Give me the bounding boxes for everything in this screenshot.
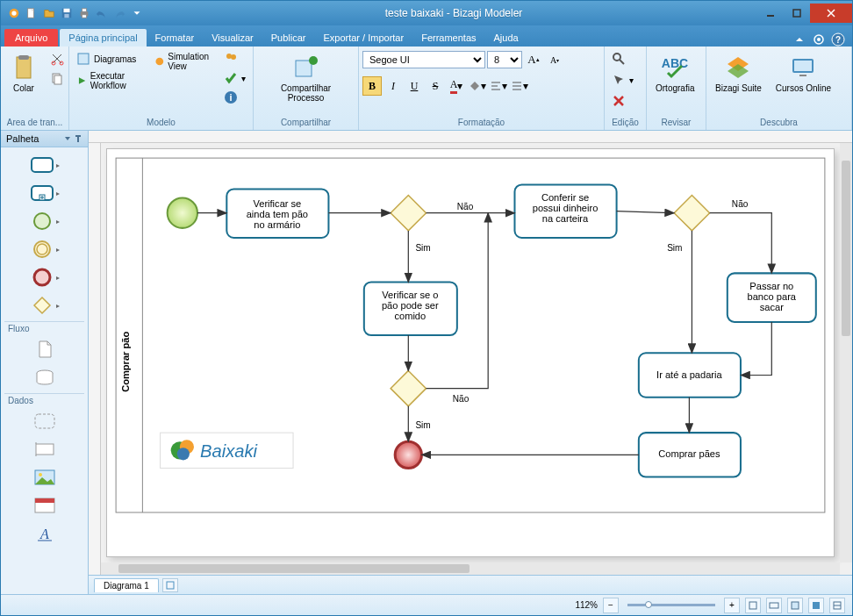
find-button[interactable] bbox=[608, 50, 629, 68]
vertical-scrollbar[interactable] bbox=[840, 143, 852, 562]
dropdown-icon[interactable] bbox=[63, 134, 72, 143]
svg-text:Ir até a padaria: Ir até a padaria bbox=[656, 369, 722, 380]
palette-datastore[interactable] bbox=[4, 363, 84, 391]
svg-rect-10 bbox=[793, 10, 800, 17]
paste-button[interactable]: Colar bbox=[4, 50, 43, 97]
format-group-label: Formatação bbox=[361, 117, 602, 128]
fontcolor-button[interactable]: A▾ bbox=[447, 76, 466, 96]
canvas-viewport[interactable]: Comprar pão Verificar seainda tem pãono … bbox=[89, 131, 852, 575]
diagram-canvas[interactable]: Comprar pão Verificar seainda tem pãono … bbox=[106, 148, 835, 557]
underline-button[interactable]: U bbox=[405, 76, 424, 96]
check-button[interactable]: ▾ bbox=[220, 69, 249, 87]
redo-icon[interactable] bbox=[111, 5, 127, 21]
align-button[interactable]: ▾ bbox=[489, 76, 508, 96]
palette-intermediate-event[interactable]: ▸ bbox=[4, 235, 84, 263]
review-group-label: Revisar bbox=[649, 117, 704, 128]
bold-button[interactable]: B bbox=[362, 76, 382, 96]
help-icon[interactable]: ? bbox=[831, 32, 845, 47]
svg-point-47 bbox=[39, 473, 42, 476]
paste-label: Colar bbox=[13, 83, 34, 93]
zoom-out-button[interactable]: − bbox=[603, 598, 619, 613]
tab-view[interactable]: Visualizar bbox=[203, 29, 262, 47]
palette-subprocess[interactable]: ▸ bbox=[4, 179, 84, 207]
spelling-button[interactable]: ABC Ortografia bbox=[650, 50, 699, 97]
fillcolor-button[interactable]: ▾ bbox=[468, 76, 487, 96]
strike-button[interactable]: S bbox=[426, 76, 445, 96]
tab-help[interactable]: Ajuda bbox=[485, 29, 527, 47]
select-button[interactable]: ▾ bbox=[608, 71, 637, 89]
palette-annotation[interactable] bbox=[4, 435, 84, 463]
diagram-tab-1[interactable]: Diagrama 1 bbox=[94, 578, 159, 592]
svg-point-22 bbox=[155, 58, 163, 66]
font-select[interactable]: Segoe UI bbox=[362, 51, 485, 68]
tab-file[interactable]: Arquivo bbox=[4, 29, 58, 47]
svg-text:i: i bbox=[229, 92, 232, 103]
ribbon-group-edit: ▾ Edição bbox=[605, 47, 647, 130]
view-mode2-button[interactable] bbox=[808, 598, 824, 613]
share-button[interactable]: Compartilhar Processo bbox=[257, 50, 355, 106]
close-button[interactable] bbox=[810, 4, 852, 23]
users-button[interactable] bbox=[220, 50, 249, 68]
view-mode1-button[interactable] bbox=[787, 598, 803, 613]
undo-icon[interactable] bbox=[94, 5, 110, 21]
window-title: teste baixaki - Bizagi Modeler bbox=[150, 7, 757, 19]
new-icon[interactable] bbox=[24, 5, 39, 21]
add-diagram-button[interactable] bbox=[162, 578, 178, 592]
tab-publish[interactable]: Publicar bbox=[262, 29, 315, 47]
palette-image[interactable] bbox=[4, 463, 84, 491]
italic-button[interactable]: I bbox=[383, 76, 403, 96]
ribbon-group-clipboard: Colar Area de tran... bbox=[1, 47, 69, 130]
collapse-ribbon-icon[interactable] bbox=[792, 32, 806, 47]
delete-button[interactable] bbox=[608, 92, 629, 110]
cut-button[interactable] bbox=[47, 50, 68, 68]
diagrams-button[interactable]: Diagramas bbox=[73, 50, 147, 68]
fit-width-button[interactable] bbox=[766, 598, 782, 613]
fit-page-button[interactable] bbox=[745, 598, 761, 613]
palette-end-event[interactable]: ▸ bbox=[4, 263, 84, 291]
svg-point-23 bbox=[226, 54, 232, 59]
lane-label: Comprar pão bbox=[120, 332, 131, 392]
fontsize-select[interactable]: 8 bbox=[487, 51, 522, 68]
qat-dropdown-icon[interactable] bbox=[129, 5, 145, 21]
svg-text:Baixaki: Baixaki bbox=[200, 441, 258, 461]
gear-icon[interactable] bbox=[812, 32, 826, 47]
maximize-button[interactable] bbox=[784, 4, 810, 23]
horizontal-scrollbar[interactable] bbox=[101, 562, 840, 575]
simview-button[interactable]: Simulation View bbox=[151, 50, 217, 73]
copy-button[interactable] bbox=[47, 69, 68, 87]
view-mode3-button[interactable] bbox=[829, 598, 845, 613]
valign-button[interactable]: ▾ bbox=[510, 76, 529, 96]
zoom-in-button[interactable]: + bbox=[724, 598, 740, 613]
palette-group[interactable] bbox=[4, 407, 84, 435]
palette-header[interactable] bbox=[4, 491, 84, 519]
svg-rect-4 bbox=[64, 9, 70, 12]
svg-rect-20 bbox=[54, 75, 61, 84]
svg-text:Não: Não bbox=[732, 199, 749, 209]
grow-font-button[interactable]: A▴ bbox=[524, 50, 543, 69]
end-event[interactable] bbox=[395, 441, 421, 468]
palette-start-event[interactable]: ▸ bbox=[4, 207, 84, 235]
start-event[interactable] bbox=[168, 198, 197, 228]
tab-tools[interactable]: Ferramentas bbox=[412, 29, 484, 47]
edit-group-label: Edição bbox=[606, 117, 644, 128]
courses-label: Cursos Online bbox=[776, 83, 831, 93]
bizagi-suite-button[interactable]: Bizagi Suite bbox=[710, 50, 767, 97]
tab-home[interactable]: Página principal bbox=[60, 29, 146, 47]
minimize-button[interactable] bbox=[757, 4, 784, 23]
tab-export[interactable]: Exportar / Importar bbox=[314, 29, 412, 47]
tab-format[interactable]: Formatar bbox=[147, 29, 204, 47]
zoom-slider[interactable] bbox=[627, 604, 715, 606]
workflow-button[interactable]: Executar Workflow bbox=[73, 69, 147, 92]
print-icon[interactable] bbox=[76, 5, 92, 21]
courses-button[interactable]: Cursos Online bbox=[771, 50, 836, 97]
palette-text[interactable]: A bbox=[4, 519, 84, 548]
info-button[interactable]: i bbox=[220, 89, 249, 106]
palette-gateway[interactable]: ▸ bbox=[4, 291, 84, 319]
pin-icon[interactable] bbox=[74, 134, 82, 143]
open-icon[interactable] bbox=[41, 5, 57, 21]
app-icon[interactable] bbox=[6, 5, 22, 21]
palette-task[interactable]: ▸ bbox=[4, 151, 84, 179]
palette-data-object[interactable] bbox=[4, 335, 84, 363]
save-icon[interactable] bbox=[59, 5, 75, 21]
shrink-font-button[interactable]: A▾ bbox=[545, 50, 564, 69]
